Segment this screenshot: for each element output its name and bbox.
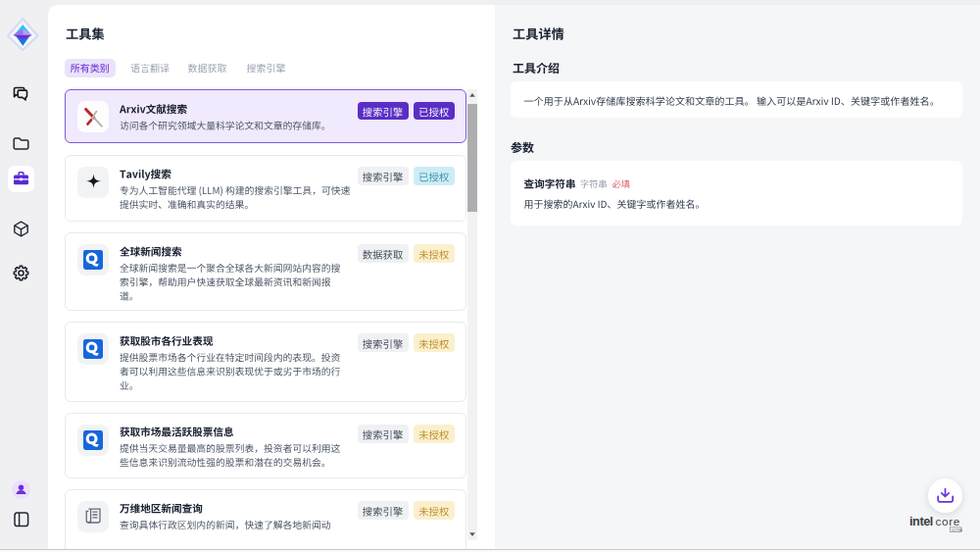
svg-text:core: core: [936, 515, 960, 528]
svg-text:intel: intel: [909, 515, 933, 528]
svg-text:ULTRA: ULTRA: [952, 528, 963, 532]
